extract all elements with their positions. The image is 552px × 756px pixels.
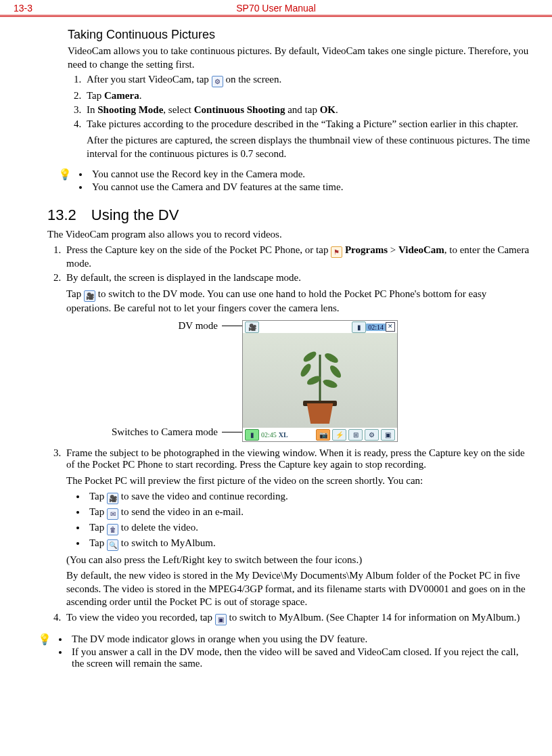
page-header: 13-3 SP70 User Manual (0, 0, 552, 17)
note-block-1: 💡 You cannot use the Record key in the C… (58, 167, 532, 194)
dv-intro: The VideoCam program also allows you to … (47, 228, 532, 242)
send-email-icon: ✉ (107, 508, 118, 520)
fig-settings2-icon: ⚙ (365, 429, 379, 441)
cont-step-3: In Shooting Mode, select Continuous Shoo… (84, 104, 532, 116)
note-2b: If you answer a call in the DV mode, the… (69, 646, 532, 669)
fig-close-icon: ✕ (386, 322, 395, 332)
fig-top-time: 02:14 (366, 324, 386, 331)
cont-step-2: Tap Camera. (84, 90, 532, 102)
fig-storage-icon: ▮ (245, 429, 259, 441)
dv-mode-icon: 🎥 (84, 290, 95, 302)
fig-flash-icon: ⚡ (332, 429, 346, 441)
callout-dv-mode: DV mode (179, 320, 242, 332)
subheading-continuous: Taking Continuous Pictures (68, 28, 532, 42)
dv-bullet-album: Tap 🔍 to switch to MyAlbum. (87, 537, 532, 551)
callout-camera-switch: Switches to Camera mode (112, 426, 242, 438)
note-block-2: 💡 The DV mode indicator glows in orange … (38, 632, 532, 671)
continuous-intro: VideoCam allows you to take continuous p… (68, 45, 532, 71)
dv-step-3: Frame the subject to be photographed in … (64, 447, 532, 609)
fig-battery-icon: ▮ (352, 321, 366, 333)
fig-album-icon: ▣ (381, 429, 395, 441)
continuous-steps: After you start VideoCam, tap ⚙ on the s… (68, 74, 532, 160)
note-1b: You cannot use the Camera and DV feature… (89, 181, 343, 193)
heading-dv: 13.2 Using the DV (47, 206, 532, 224)
fig-camera-switch-icon: 📷 (316, 429, 330, 441)
dv-step-2: By default, the screen is displayed in t… (64, 272, 532, 443)
note-2a: The DV mode indicator glows in orange wh… (69, 633, 532, 645)
doc-title: SP70 User Manual (145, 3, 407, 14)
dv-steps: Press the Capture key on the side of the… (47, 244, 532, 625)
fig-bottom-time: 02:45 (261, 431, 277, 439)
dv-step-4: To view the video you recorded, tap ▣ to… (64, 612, 532, 625)
cont-step-1: After you start VideoCam, tap ⚙ on the s… (84, 74, 532, 87)
fig-dv-indicator-icon: 🎥 (245, 321, 259, 333)
lightbulb-icon: 💡 (58, 168, 72, 194)
dv-bullet-send: Tap ✉ to send the video in an e-mail. (87, 506, 532, 520)
page-number: 13-3 (14, 3, 145, 14)
dv-step-1: Press the Capture key on the side of the… (64, 244, 532, 269)
screenshot-preview: 🎥 ▮ 02:14 ✕ (242, 320, 398, 442)
dv-bullet-delete: Tap 🗑 to delete the video. (87, 522, 532, 535)
lightbulb-icon: 💡 (38, 633, 51, 671)
save-video-icon: 🎥 (107, 493, 118, 504)
myalbum-icon: 🔍 (107, 539, 118, 551)
myalbum-switch-icon: ▣ (215, 614, 227, 625)
settings-icon: ⚙ (212, 76, 223, 87)
dv-figure: DV mode Switches to Camera mode 🎥 ▮ 02:1… (46, 320, 532, 442)
fig-toolbar-icon: ⊞ (348, 429, 363, 441)
dv-bullet-save: Tap 🎥 to save the video and continue rec… (87, 491, 532, 504)
fig-xl-label: XL (279, 431, 288, 439)
cont-step-4: Take pictures according to the procedure… (84, 118, 532, 160)
note-1a: You cannot use the Record key in the Cam… (89, 169, 343, 180)
delete-video-icon: 🗑 (107, 524, 118, 535)
start-flag-icon: ⚑ (331, 246, 342, 258)
